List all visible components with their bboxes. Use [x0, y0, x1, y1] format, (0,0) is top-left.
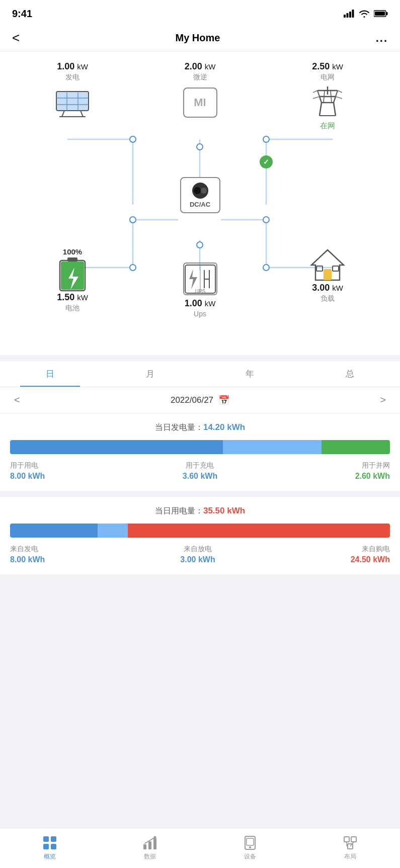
grid-status: 在网	[320, 121, 335, 131]
dcac-icon: DC/AC	[180, 177, 220, 213]
back-button[interactable]: <	[12, 30, 20, 46]
calendar-icon[interactable]: 📅	[218, 395, 229, 406]
status-bar: 9:41	[0, 0, 400, 25]
dcac-circle	[192, 183, 208, 199]
date-text: 2022/06/27	[171, 395, 213, 405]
svg-line-52	[319, 97, 322, 103]
battery-value: 1.50 kW	[57, 292, 88, 303]
svg-rect-82	[143, 844, 146, 849]
generation-title: 当日发电量：14.20 kWh	[10, 422, 390, 433]
consumption-value: 35.50 kWh	[203, 506, 245, 515]
nav-layout[interactable]: 布局	[300, 828, 400, 868]
date-next-button[interactable]: >	[380, 394, 386, 406]
svg-point-11	[197, 144, 203, 150]
svg-line-61	[313, 97, 319, 99]
nav-overview[interactable]: 概览	[0, 828, 100, 868]
stat-gen-use-value: 8.00 kWh	[10, 472, 45, 481]
date-display: 2022/06/27 📅	[171, 395, 229, 406]
svg-point-20	[130, 217, 136, 223]
svg-line-54	[324, 91, 325, 103]
svg-text:UPS: UPS	[195, 289, 205, 294]
svg-rect-37	[57, 99, 66, 105]
stat-gen-charge-label: 用于充电	[183, 461, 217, 470]
svg-rect-39	[78, 99, 88, 105]
svg-line-55	[331, 91, 332, 103]
stat-gen-use-label: 用于用电	[10, 461, 45, 470]
status-icons	[344, 10, 388, 18]
load-label: 负载	[321, 294, 335, 303]
load-value: 3.00 kW	[312, 283, 343, 293]
date-navigator: < 2022/06/27 📅 >	[0, 387, 400, 413]
page-bottom	[0, 574, 400, 620]
svg-rect-75	[324, 269, 332, 280]
section-divider	[0, 491, 400, 497]
stat-con-solar: 来自发电 8.00 kWh	[10, 545, 45, 564]
svg-line-59	[313, 91, 317, 93]
svg-point-85	[154, 836, 156, 839]
tabs: 日 月 年 总	[0, 361, 400, 387]
svg-line-60	[338, 91, 342, 93]
svg-rect-42	[78, 105, 88, 110]
stat-gen-charge-value: 3.60 kWh	[183, 472, 217, 481]
generation-stats-row: 用于用电 8.00 kWh 用于充电 3.60 kWh 用于并网 2.60 kW…	[10, 461, 390, 481]
energy-flow-panel: ✓ 1.00 kW 发电	[0, 51, 400, 355]
consumption-bar-discharge	[98, 524, 128, 538]
svg-line-44	[81, 111, 83, 117]
nav-data[interactable]: 数据	[100, 828, 200, 868]
tab-year[interactable]: 年	[200, 361, 300, 387]
svg-rect-40	[57, 105, 66, 110]
tab-month[interactable]: 月	[100, 361, 200, 387]
grid-item: 2.50 kW 电网	[277, 61, 378, 131]
svg-rect-90	[344, 837, 349, 842]
house-icon	[307, 247, 348, 283]
nav-device[interactable]: 设备	[200, 828, 300, 868]
generation-section: 当日发电量：14.20 kWh 用于用电 8.00 kWh 用于充电 3.60 …	[0, 413, 400, 491]
ups-label: Ups	[194, 310, 206, 318]
svg-rect-38	[67, 99, 77, 105]
overview-icon	[42, 835, 57, 850]
svg-rect-78	[43, 836, 49, 842]
bottom-nav: 概览 数据 设备 布局	[0, 828, 400, 868]
svg-rect-79	[51, 836, 56, 842]
svg-rect-64	[67, 257, 77, 262]
battery-icon	[374, 10, 388, 18]
grid-icon	[307, 85, 348, 120]
generation-bar-use	[10, 440, 223, 454]
stat-con-solar-value: 8.00 kWh	[10, 555, 45, 564]
data-icon	[142, 835, 157, 850]
nav-data-label: 数据	[144, 852, 156, 861]
tab-day[interactable]: 日	[0, 361, 100, 387]
svg-point-27	[263, 217, 269, 223]
generation-value: 14.20 kWh	[203, 422, 245, 432]
stat-gen-grid-value: 2.60 kWh	[355, 472, 390, 481]
more-button[interactable]: ...	[376, 32, 388, 45]
signal-icon	[344, 10, 355, 18]
flow-diagram: ✓ 1.00 kW 发电	[12, 61, 388, 343]
wifi-icon	[359, 10, 370, 18]
date-prev-button[interactable]: <	[14, 394, 20, 406]
consumption-bar	[10, 524, 390, 538]
svg-rect-2	[349, 12, 351, 18]
svg-rect-80	[43, 844, 49, 849]
stat-gen-charge: 用于充电 3.60 kWh	[183, 461, 217, 481]
mi-box-icon: MI	[180, 85, 220, 120]
battery-label: 电池	[65, 304, 79, 313]
stat-gen-use: 用于用电 8.00 kWh	[10, 461, 45, 481]
solar-item: 1.00 kW 发电	[22, 61, 123, 120]
stat-con-discharge-label: 来自放电	[180, 545, 215, 554]
battery-item: 100% 1.50 kW 电池	[22, 247, 123, 316]
consumption-title: 当日用电量：35.50 kWh	[10, 506, 390, 516]
solar-label: 发电	[65, 73, 79, 82]
tab-total[interactable]: 总	[300, 361, 400, 387]
mi-item: 2.00 kW 微逆 MI	[160, 61, 241, 120]
dcac-label: DC/AC	[190, 201, 210, 208]
stat-con-purchase-label: 来自购电	[351, 545, 390, 554]
consumption-bar-purchase	[128, 524, 390, 538]
svg-rect-77	[333, 266, 339, 271]
svg-point-28	[263, 265, 269, 271]
svg-rect-41	[67, 105, 77, 110]
stat-con-solar-label: 来自发电	[10, 545, 45, 554]
svg-point-14	[263, 136, 269, 142]
stat-con-discharge: 来自放电 3.00 kWh	[180, 545, 215, 564]
svg-rect-0	[344, 15, 346, 18]
